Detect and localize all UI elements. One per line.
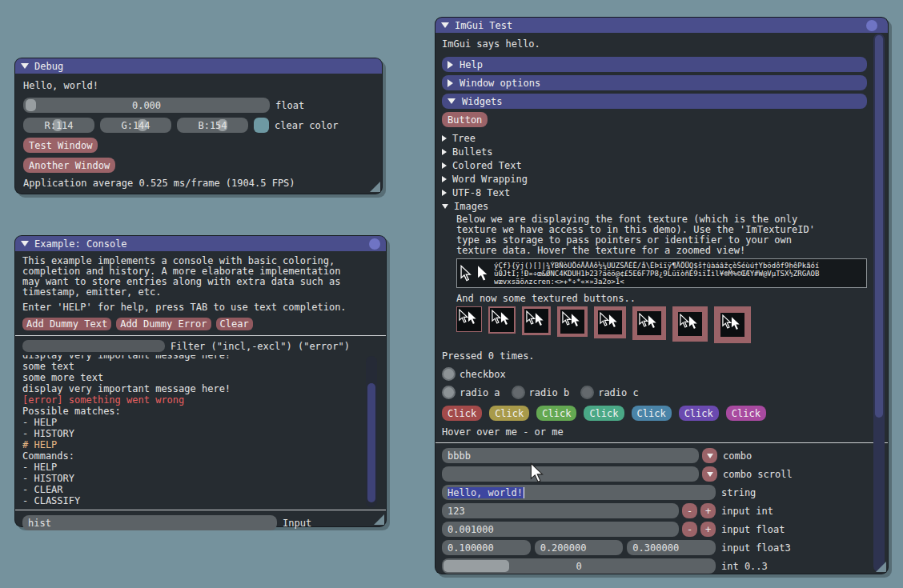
tree-node[interactable]: Colored Text	[442, 158, 867, 172]
tree-arrow-icon	[442, 149, 447, 155]
tree-node[interactable]: Tree	[442, 131, 867, 145]
collapse-arrow-icon[interactable]	[21, 63, 29, 69]
slider-grab[interactable]	[26, 99, 36, 111]
slider-grab[interactable]	[443, 560, 509, 572]
resize-grip[interactable]	[876, 562, 886, 572]
combo-scroll-box[interactable]	[442, 466, 699, 482]
another-window-button[interactable]: Another Window	[23, 158, 115, 173]
input-float3-value: 0.200000	[540, 542, 587, 554]
increment-button[interactable]: +	[700, 503, 716, 518]
float-slider[interactable]: 0.000	[23, 98, 270, 113]
radio-option[interactable]: radio a	[442, 386, 500, 399]
cursor-texture	[637, 311, 661, 335]
radio-icon[interactable]	[442, 386, 456, 399]
textured-image-button[interactable]	[714, 306, 751, 343]
resize-grip[interactable]	[370, 182, 380, 192]
console-input[interactable]: hist	[22, 515, 277, 530]
tree-node[interactable]: Images	[442, 199, 867, 213]
header-arrow-icon	[447, 79, 453, 87]
checkbox[interactable]	[442, 367, 456, 381]
console-action-button[interactable]: Add Dummy Error	[116, 318, 211, 330]
input-float-field[interactable]: 0.001000	[442, 522, 679, 537]
color-component-slider[interactable]: B:154	[177, 118, 248, 133]
collapsing-header[interactable]: Widgets	[442, 94, 867, 109]
collapse-arrow-icon[interactable]	[441, 22, 449, 28]
font-texture-image[interactable]: ýÇf}{ÿj()[]|¾ÝBÑòÙÖóÄÂÀô½¼ÙÚZŠÅÉÊ/å\ÈÞîï…	[456, 258, 867, 288]
slider-value: R:114	[44, 120, 73, 131]
click-button[interactable]: Click	[584, 406, 624, 421]
color-component-slider[interactable]: R:114	[23, 118, 94, 133]
console-action-button[interactable]: Add Dummy Text	[22, 318, 111, 330]
collapsing-header[interactable]: Window options	[442, 75, 867, 90]
color-component-slider[interactable]: G:144	[100, 118, 171, 133]
collapse-arrow-icon[interactable]	[21, 241, 29, 246]
tree-node-label: Images	[454, 201, 488, 212]
console-action-button[interactable]: Clear	[216, 318, 253, 330]
mouse-cursor-icon	[530, 462, 545, 484]
texture-glyph-line: ýÇf}{ÿj()[]|¾ÝBÑòÙÖóÄÂÀô½¼ÙÚZŠÅÉÊ/å\ÈÞîï…	[494, 262, 863, 270]
textured-image-button[interactable]	[672, 306, 708, 342]
string-input[interactable]: Hello, world!	[442, 485, 716, 500]
radio-option[interactable]: radio c	[580, 386, 639, 399]
console-window: Example: Console This example implements…	[14, 235, 387, 527]
click-button[interactable]: Click	[679, 406, 719, 421]
textured-image-button[interactable]	[456, 306, 482, 332]
textured-image-button[interactable]	[557, 306, 588, 337]
window-scrollbar[interactable]	[873, 34, 885, 572]
tree-node-label: UTF-8 Text	[452, 187, 510, 198]
tree-node[interactable]: Word Wrapping	[442, 172, 867, 186]
close-button[interactable]	[369, 238, 380, 250]
clear-color-swatch[interactable]	[254, 118, 269, 133]
tree-node[interactable]: Bullets	[442, 145, 867, 158]
scrollbar-grab[interactable]	[875, 35, 883, 418]
input-float3-field[interactable]: 0.100000	[442, 540, 531, 555]
textured-buttons-row	[456, 306, 867, 346]
debug-titlebar[interactable]: Debug	[15, 58, 382, 74]
textured-image-button[interactable]	[488, 306, 516, 334]
increment-button[interactable]: +	[700, 522, 716, 537]
filter-input[interactable]	[22, 340, 165, 352]
click-button[interactable]: Click	[442, 406, 482, 421]
resize-grip[interactable]	[374, 514, 384, 525]
slider-int-0-3-label: int 0..3	[721, 561, 768, 572]
click-button[interactable]: Click	[489, 406, 529, 421]
tree-arrow-icon	[442, 176, 447, 182]
combo-arrow-button[interactable]	[702, 448, 717, 463]
input-int-field[interactable]: 123	[442, 503, 679, 518]
radio-option[interactable]: radio b	[512, 386, 570, 399]
pressed-counter-text: Pressed 0 times.	[442, 351, 867, 362]
click-button[interactable]: Click	[632, 406, 672, 421]
cursor-solid-icon	[608, 314, 619, 329]
textured-image-button[interactable]	[522, 306, 551, 335]
console-log-lines: display very important message here!some…	[22, 355, 379, 506]
input-float3-field[interactable]: 0.300000	[627, 540, 716, 555]
collapsing-header[interactable]: Help	[442, 57, 867, 72]
radio-icon[interactable]	[580, 386, 594, 399]
click-button[interactable]: Click	[726, 406, 766, 421]
slider-int-0-3[interactable]: 0	[442, 558, 716, 574]
combo-box[interactable]: bbbb	[442, 448, 699, 463]
decrement-button[interactable]: -	[682, 522, 697, 537]
tree-node[interactable]: UTF-8 Text	[442, 186, 867, 199]
test-window-button[interactable]: Test Window	[23, 138, 98, 153]
console-log-region[interactable]: display very important message here!some…	[22, 355, 379, 508]
widgets-button[interactable]: Button	[442, 112, 488, 127]
input-float3-field[interactable]: 0.200000	[535, 540, 624, 555]
log-line: display very important message here!	[22, 355, 363, 361]
combo-scroll-arrow-button[interactable]	[702, 466, 717, 482]
scrollbar-grab[interactable]	[367, 383, 375, 502]
slider-value: B:154	[198, 120, 227, 131]
console-scrollbar[interactable]	[366, 356, 377, 507]
string-input-value: Hello, world!	[447, 487, 524, 498]
imgui-titlebar[interactable]: ImGui Test	[435, 18, 888, 33]
log-line: Commands:	[22, 450, 363, 462]
tree-arrow-icon	[442, 135, 447, 142]
console-titlebar[interactable]: Example: Console	[15, 236, 386, 251]
separator	[15, 510, 386, 510]
click-button[interactable]: Click	[536, 406, 576, 421]
textured-image-button[interactable]	[594, 306, 626, 338]
close-button[interactable]	[866, 20, 877, 31]
radio-icon[interactable]	[512, 386, 525, 399]
textured-image-button[interactable]	[632, 306, 666, 340]
decrement-button[interactable]: -	[682, 503, 697, 518]
